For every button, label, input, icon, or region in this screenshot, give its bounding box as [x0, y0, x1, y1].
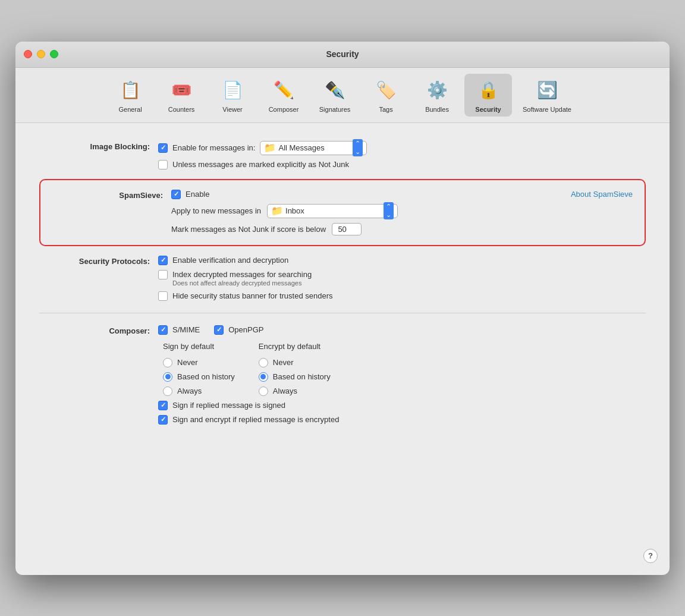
- viewer-icon: 📄: [219, 77, 246, 103]
- composer-label: Composer:: [39, 325, 158, 335]
- encrypt-history-radio[interactable]: [259, 372, 268, 382]
- signatures-label: Signatures: [319, 106, 351, 113]
- enable-verification-checkbox[interactable]: [158, 256, 168, 265]
- help-button[interactable]: ?: [643, 549, 658, 563]
- counters-label: Counters: [168, 106, 195, 113]
- maximize-button[interactable]: [50, 50, 58, 58]
- hide-label: Hide security status banner for trusted …: [172, 291, 333, 300]
- sign-history-row: Based on history: [163, 372, 235, 382]
- sign-never-radio[interactable]: [163, 358, 172, 367]
- index-row: Index decrypted messages for searching: [158, 270, 646, 279]
- composer-row: Composer: S/MIME OpenPGP Sign by default: [39, 325, 646, 425]
- all-messages-dropdown[interactable]: 📁 All Messages ⌃⌄: [260, 141, 367, 155]
- main-window: Security 📋 General 🎟️ Counters 📄 Viewer …: [15, 42, 670, 575]
- image-blocking-enable-row: Enable for messages in: 📁 All Messages ⌃…: [158, 141, 646, 155]
- spamsieve-mark-row: Mark messages as Not Junk if score is be…: [171, 223, 633, 235]
- security-protocols-row: Security Protocols: Enable verification …: [39, 256, 646, 301]
- sign-never-label: Never: [177, 358, 198, 367]
- spamsieve-row: SpamSieve: Enable About SpamSieve Apply …: [52, 190, 633, 235]
- enable-verification-row: Enable verification and decryption: [158, 256, 646, 265]
- toolbar-item-counters[interactable]: 🎟️ Counters: [158, 74, 205, 117]
- separator-1: [39, 313, 646, 313]
- spamsieve-enable-label: Enable: [186, 190, 209, 199]
- sign-always-radio[interactable]: [163, 386, 172, 396]
- hide-checkbox[interactable]: [158, 291, 168, 301]
- window-title: Security: [326, 49, 359, 59]
- image-blocking-label: Image Blocking:: [39, 141, 158, 151]
- toolbar-item-signatures[interactable]: ✒️ Signatures: [311, 74, 359, 117]
- spamsieve-controls: Enable About SpamSieve Apply to new mess…: [171, 190, 633, 235]
- encrypt-never-radio[interactable]: [259, 358, 268, 367]
- minimize-button[interactable]: [37, 50, 45, 58]
- score-input[interactable]: [332, 223, 362, 235]
- index-checkbox[interactable]: [158, 270, 168, 279]
- counters-icon: 🎟️: [168, 77, 194, 103]
- image-blocking-row: Image Blocking: Enable for messages in: …: [39, 141, 646, 169]
- software-update-icon: 🔄: [534, 77, 560, 103]
- smime-checkbox[interactable]: [158, 325, 168, 335]
- toolbar-item-general[interactable]: 📋 General: [106, 74, 154, 117]
- spamsieve-header: Enable About SpamSieve: [171, 190, 633, 199]
- composer-options-row: S/MIME OpenPGP: [158, 325, 646, 335]
- openpgp-checkbox[interactable]: [214, 325, 224, 335]
- encrypt-by-default-header: Encrypt by default: [259, 342, 331, 351]
- sign-history-radio[interactable]: [163, 372, 172, 382]
- sign-replied-label: Sign if replied message is signed: [172, 401, 285, 410]
- unless-checkbox[interactable]: [158, 160, 168, 169]
- image-blocking-checkbox[interactable]: [158, 143, 168, 153]
- sign-always-label: Always: [177, 386, 202, 395]
- sign-encrypt-replied-label: Sign and encrypt if replied message is e…: [172, 415, 339, 424]
- openpgp-label: OpenPGP: [228, 325, 263, 334]
- dropdown-text: All Messages: [278, 143, 353, 152]
- general-icon: 📋: [117, 77, 143, 103]
- apply-label: Apply to new messages in: [171, 206, 261, 215]
- tags-icon: 🏷️: [373, 77, 399, 103]
- about-spamsieve-link[interactable]: About SpamSieve: [571, 190, 633, 199]
- composer-icon: ✏️: [271, 77, 297, 103]
- security-protocols-label: Security Protocols:: [39, 256, 158, 266]
- traffic-lights: [24, 50, 58, 58]
- toolbar-item-security[interactable]: 🔒 Security: [464, 74, 512, 117]
- sign-replied-checkbox[interactable]: [158, 401, 168, 410]
- toolbar: 📋 General 🎟️ Counters 📄 Viewer ✏️ Compos…: [15, 68, 670, 123]
- index-group: Index decrypted messages for searching D…: [158, 270, 646, 287]
- sign-encrypt-container: Sign by default Never Based on history A…: [163, 342, 646, 396]
- sign-history-label: Based on history: [177, 372, 235, 381]
- spamsieve-box: SpamSieve: Enable About SpamSieve Apply …: [39, 179, 646, 246]
- security-protocols-controls: Enable verification and decryption Index…: [158, 256, 646, 301]
- image-blocking-controls: Enable for messages in: 📁 All Messages ⌃…: [158, 141, 646, 169]
- bundles-label: Bundles: [425, 106, 449, 113]
- toolbar-item-tags[interactable]: 🏷️ Tags: [362, 74, 410, 117]
- composer-label: Composer: [269, 106, 299, 113]
- mark-label: Mark messages as Not Junk if score is be…: [171, 225, 326, 234]
- index-note: Does not affect already decrypted messag…: [158, 279, 646, 287]
- dropdown-arrows-icon: ⌃⌄: [353, 139, 363, 156]
- image-blocking-enable-label: Enable for messages in:: [172, 143, 255, 152]
- general-label: General: [118, 106, 142, 113]
- encrypt-history-label: Based on history: [273, 372, 331, 381]
- toolbar-item-viewer[interactable]: 📄 Viewer: [209, 74, 256, 117]
- toolbar-item-bundles[interactable]: ⚙️ Bundles: [413, 74, 461, 117]
- folder-icon-2: 📁: [271, 205, 283, 216]
- index-label: Index decrypted messages for searching: [172, 270, 312, 279]
- encrypt-always-radio[interactable]: [259, 386, 268, 396]
- close-button[interactable]: [24, 50, 32, 58]
- main-content: Image Blocking: Enable for messages in: …: [15, 123, 670, 575]
- image-blocking-unless-row: Unless messages are marked explicitly as…: [158, 160, 646, 169]
- encrypt-never-row: Never: [259, 358, 331, 367]
- encrypt-always-label: Always: [273, 386, 297, 395]
- titlebar: Security: [15, 42, 670, 68]
- toolbar-item-composer[interactable]: ✏️ Composer: [260, 74, 307, 117]
- tags-label: Tags: [379, 106, 392, 113]
- toolbar-item-software-update[interactable]: 🔄 Software Update: [516, 74, 579, 117]
- sign-always-row: Always: [163, 386, 235, 396]
- inbox-dropdown[interactable]: 📁 Inbox ⌃⌄: [267, 204, 398, 218]
- security-icon: 🔒: [475, 77, 501, 103]
- signatures-icon: ✒️: [322, 77, 348, 103]
- unless-label: Unless messages are marked explicitly as…: [172, 160, 349, 169]
- spamsieve-enable-checkbox[interactable]: [171, 190, 181, 199]
- bundles-icon: ⚙️: [424, 77, 450, 103]
- sign-encrypt-replied-checkbox[interactable]: [158, 415, 168, 425]
- sign-col: Sign by default Never Based on history A…: [163, 342, 235, 396]
- viewer-label: Viewer: [222, 106, 242, 113]
